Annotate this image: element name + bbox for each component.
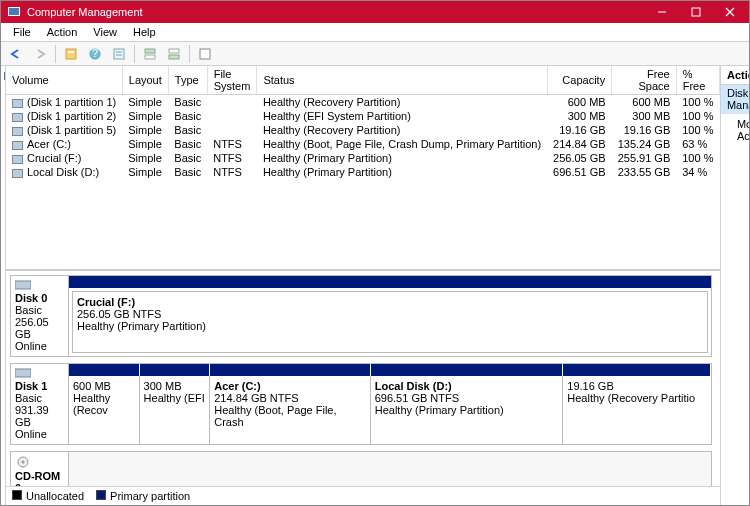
svg-point-33 xyxy=(22,461,25,464)
actions-header: Actions xyxy=(721,66,750,85)
disk-1-part-1[interactable]: 600 MBHealthy (Recov xyxy=(69,376,140,444)
disk-1-part-d[interactable]: Local Disk (D:)696.51 GB NTFSHealthy (Pr… xyxy=(371,376,564,444)
disk-0-part-f[interactable]: Crucial (F:) 256.05 GB NTFS Healthy (Pri… xyxy=(73,292,707,352)
disk-1-part-5[interactable]: 19.16 GBHealthy (Recovery Partitio xyxy=(563,376,711,444)
svg-rect-15 xyxy=(169,49,179,53)
volume-row[interactable]: Acer (C:)SimpleBasicNTFSHealthy (Boot, P… xyxy=(6,137,719,151)
svg-rect-30 xyxy=(15,281,31,289)
disk-0[interactable]: Disk 0 Basic 256.05 GB Online Crucial (F… xyxy=(10,275,712,357)
col-capacity[interactable]: Capacity xyxy=(547,66,612,95)
actions-context[interactable]: Disk Management▴ xyxy=(721,85,750,114)
volume-grid[interactable]: Volume Layout Type File System Status Ca… xyxy=(6,66,720,271)
properties-icon[interactable] xyxy=(108,44,130,64)
svg-rect-3 xyxy=(692,8,700,16)
svg-rect-14 xyxy=(145,55,155,59)
volume-row[interactable]: (Disk 1 partition 1)SimpleBasicHealthy (… xyxy=(6,95,719,110)
cdrom-0[interactable]: CD-ROM 0 DVD (E:) No Media xyxy=(10,451,712,486)
col-fs[interactable]: File System xyxy=(207,66,257,95)
menu-view[interactable]: View xyxy=(85,24,125,40)
col-volume[interactable]: Volume xyxy=(6,66,122,95)
svg-text:?: ? xyxy=(92,47,98,59)
back-button[interactable] xyxy=(5,44,27,64)
view-bottom-icon[interactable] xyxy=(163,44,185,64)
help-icon[interactable]: ? xyxy=(84,44,106,64)
volume-row[interactable]: (Disk 1 partition 2)SimpleBasicHealthy (… xyxy=(6,109,719,123)
toolbar: ? xyxy=(1,42,749,66)
window-title: Computer Management xyxy=(27,6,645,18)
col-status[interactable]: Status xyxy=(257,66,547,95)
volume-row[interactable]: Local Disk (D:)SimpleBasicNTFSHealthy (P… xyxy=(6,165,719,179)
disk-1-header: Disk 1 Basic 931.39 GB Online xyxy=(11,364,69,444)
menubar: File Action View Help xyxy=(1,23,749,42)
titlebar: Computer Management xyxy=(1,1,749,23)
volume-row[interactable]: (Disk 1 partition 5)SimpleBasicHealthy (… xyxy=(6,123,719,137)
svg-rect-13 xyxy=(145,49,155,53)
disk-0-header: Disk 0 Basic 256.05 GB Online xyxy=(11,276,69,356)
disk-1-part-2[interactable]: 300 MBHealthy (EFI xyxy=(140,376,211,444)
volume-row[interactable]: Crucial (F:)SimpleBasicNTFSHealthy (Prim… xyxy=(6,151,719,165)
disk-1-part-c[interactable]: Acer (C:)214.84 GB NTFSHealthy (Boot, Pa… xyxy=(210,376,370,444)
svg-rect-1 xyxy=(9,8,19,15)
menu-action[interactable]: Action xyxy=(39,24,86,40)
minimize-button[interactable] xyxy=(645,1,679,23)
svg-rect-10 xyxy=(114,49,124,59)
menu-help[interactable]: Help xyxy=(125,24,164,40)
svg-rect-16 xyxy=(169,55,179,59)
svg-rect-17 xyxy=(200,49,210,59)
col-free[interactable]: Free Space xyxy=(612,66,677,95)
menu-file[interactable]: File xyxy=(5,24,39,40)
col-layout[interactable]: Layout xyxy=(122,66,168,95)
maximize-button[interactable] xyxy=(679,1,713,23)
svg-rect-31 xyxy=(15,369,31,377)
refresh-icon[interactable] xyxy=(60,44,82,64)
col-pct[interactable]: % Free xyxy=(676,66,719,95)
settings-icon[interactable] xyxy=(194,44,216,64)
cdrom-0-header: CD-ROM 0 DVD (E:) No Media xyxy=(11,452,69,486)
forward-button[interactable] xyxy=(29,44,51,64)
disk-map-area: Disk 0 Basic 256.05 GB Online Crucial (F… xyxy=(6,271,720,486)
svg-rect-6 xyxy=(66,49,76,59)
col-type[interactable]: Type xyxy=(168,66,207,95)
close-button[interactable] xyxy=(713,1,747,23)
disk-1[interactable]: Disk 1 Basic 931.39 GB Online 600 MBHeal… xyxy=(10,363,712,445)
app-icon xyxy=(7,5,21,19)
view-top-icon[interactable] xyxy=(139,44,161,64)
more-actions[interactable]: More Actions▸ xyxy=(721,114,750,146)
actions-pane: Actions Disk Management▴ More Actions▸ xyxy=(721,66,750,505)
svg-rect-7 xyxy=(68,51,74,53)
legend: Unallocated Primary partition xyxy=(6,486,720,505)
